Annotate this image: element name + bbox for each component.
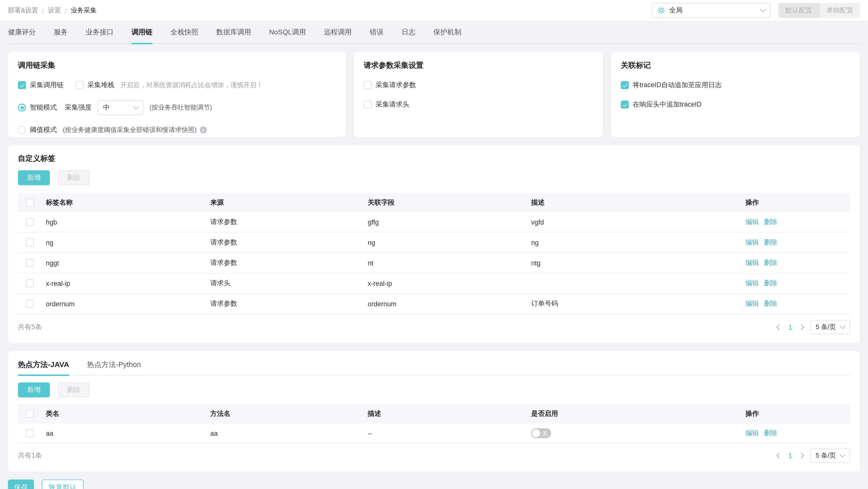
table-row: ng 请求参数 ng ng 编辑删除 (18, 233, 850, 253)
total-count: 共有1条 (18, 451, 42, 460)
append-traceid-log-label: 将traceID自动追加至应用日志 (633, 81, 722, 90)
add-tag-button[interactable]: 新增 (18, 170, 50, 185)
custom-tags-table: 标签名称 来源 关联字段 描述 操作 hgb 请求参数 gffg vgfd 编辑… (18, 193, 850, 314)
page-size-value: 5 条/页 (816, 451, 837, 460)
breadcrumb-item[interactable]: 部署&设置 (8, 6, 38, 15)
edit-link[interactable]: 编辑 (745, 279, 759, 288)
chevron-down-icon (840, 452, 845, 458)
gear-icon (657, 6, 665, 14)
delete-link[interactable]: 删除 (764, 258, 777, 267)
append-traceid-header-label: 在响应头中追加traceID (633, 100, 702, 109)
column-header: 操作 (745, 198, 850, 207)
tab-hot-methods-java[interactable]: 热点方法-JAVA (18, 360, 69, 375)
append-traceid-header-checkbox[interactable] (621, 101, 629, 108)
delete-link[interactable]: 删除 (764, 429, 777, 438)
breadcrumb: 部署&设置 / 设置 / 业务采集 (8, 6, 97, 15)
scope-select-value: 全局 (669, 6, 757, 15)
save-button[interactable]: 保存 (8, 480, 34, 489)
tab-call-chain[interactable]: 调用链 (131, 28, 153, 43)
threshold-mode-radio[interactable] (18, 126, 26, 134)
hot-methods-tabs: 热点方法-JAVA 热点方法-Python (18, 360, 850, 376)
chevron-down-icon (760, 7, 766, 12)
card-title: 调用链采集 (18, 61, 336, 70)
tab-hot-methods-python[interactable]: 热点方法-Python (87, 360, 141, 375)
edit-link[interactable]: 编辑 (745, 238, 759, 247)
row-checkbox[interactable] (26, 218, 34, 226)
row-checkbox[interactable] (26, 259, 34, 267)
breadcrumb-item[interactable]: 设置 (48, 6, 61, 15)
column-header: 描述 (531, 198, 745, 207)
edit-link[interactable]: 编辑 (745, 218, 759, 227)
intensity-label: 采集强度 (65, 103, 92, 112)
tab-health-score[interactable]: 健康评分 (8, 28, 36, 43)
add-method-button[interactable]: 新增 (18, 383, 50, 397)
delete-link[interactable]: 删除 (764, 279, 777, 288)
tag-source: 请求头 (210, 279, 368, 288)
row-checkbox[interactable] (26, 238, 34, 247)
hot-methods-footer: 共有1条 1 5 条/页 (18, 449, 850, 463)
tag-field: ordernum (368, 300, 531, 307)
collect-headers-checkbox[interactable] (364, 101, 372, 108)
next-page-icon[interactable] (799, 453, 804, 459)
page-size-select[interactable]: 5 条/页 (810, 449, 850, 463)
row-checkbox[interactable] (26, 280, 34, 287)
intensity-select[interactable]: 中 (98, 100, 144, 115)
collect-stack-checkbox[interactable] (75, 81, 84, 89)
default-config-button[interactable]: 默认配置 (778, 3, 819, 18)
edit-link[interactable]: 编辑 (745, 429, 759, 438)
tag-field: x-real-ip (368, 280, 531, 287)
pagination: 1 5 条/页 (777, 449, 850, 463)
enable-toggle[interactable]: 关 (531, 428, 551, 438)
tab-remote-call[interactable]: 远程调用 (324, 28, 352, 43)
tab-nosql-call[interactable]: NoSQL调用 (269, 28, 306, 43)
column-header: 关联字段 (368, 198, 531, 207)
breadcrumb-separator: / (42, 7, 44, 14)
card-title: 关联标记 (621, 61, 850, 70)
info-icon[interactable] (199, 127, 207, 133)
collect-trace-checkbox[interactable] (18, 81, 26, 89)
restore-default-button[interactable]: 恢复默认 (42, 480, 84, 489)
toggle-off-label: 关 (542, 430, 548, 437)
row-checkbox[interactable] (26, 300, 34, 308)
tab-database-call[interactable]: 数据库调用 (216, 28, 251, 43)
delete-link[interactable]: 删除 (764, 299, 777, 308)
append-traceid-log-checkbox[interactable] (621, 81, 629, 89)
collect-params-checkbox[interactable] (364, 81, 372, 89)
separate-config-button[interactable]: 单独配置 (819, 3, 860, 18)
collect-trace-label: 采集调用链 (30, 81, 64, 90)
delete-tag-button[interactable]: 删除 (58, 170, 90, 185)
next-page-icon[interactable] (799, 324, 804, 330)
prev-page-icon[interactable] (777, 324, 782, 330)
tab-protection[interactable]: 保护机制 (434, 28, 461, 43)
collect-headers-row: 采集请求头 (364, 100, 593, 109)
tab-business-interface[interactable]: 业务接口 (86, 28, 114, 43)
delete-method-button[interactable]: 删除 (58, 383, 90, 397)
card-title: 请求参数采集设置 (364, 61, 593, 70)
select-all-checkbox[interactable] (26, 199, 34, 207)
settings-tabbar: 健康评分 服务 业务接口 调用链 全栈快照 数据库调用 NoSQL调用 远程调用… (8, 21, 860, 44)
total-count: 共有5条 (18, 323, 42, 332)
smart-mode-radio[interactable] (18, 104, 26, 111)
tab-error[interactable]: 错误 (370, 28, 384, 43)
page-size-select[interactable]: 5 条/页 (810, 320, 850, 334)
edit-link[interactable]: 编辑 (745, 258, 759, 267)
column-header: 类名 (46, 409, 210, 418)
tag-field: ng (368, 239, 531, 246)
table-row: nggt 请求参数 nt ntg 编辑删除 (18, 253, 850, 273)
prev-page-icon[interactable] (777, 453, 782, 459)
intensity-select-value: 中 (103, 103, 130, 112)
edit-link[interactable]: 编辑 (745, 299, 759, 308)
smart-mode-hint: (按业务吞吐智能调节) (150, 103, 212, 112)
delete-link[interactable]: 删除 (764, 238, 777, 247)
page-size-value: 5 条/页 (816, 323, 837, 332)
scope-select[interactable]: 全局 (652, 3, 770, 18)
row-checkbox[interactable] (26, 429, 34, 437)
page-number[interactable]: 1 (788, 452, 792, 460)
tab-log[interactable]: 日志 (402, 28, 415, 43)
column-header: 描述 (368, 409, 531, 418)
tab-service[interactable]: 服务 (54, 28, 68, 43)
tab-fullstack-snapshot[interactable]: 全栈快照 (170, 28, 198, 43)
page-number[interactable]: 1 (788, 323, 792, 331)
select-all-checkbox[interactable] (26, 410, 34, 418)
delete-link[interactable]: 删除 (764, 218, 777, 227)
